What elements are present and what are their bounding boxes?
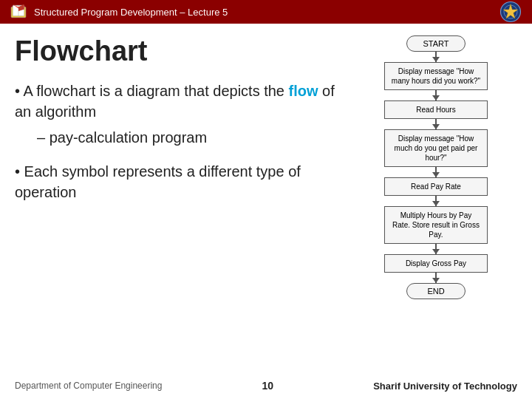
main-content: Flowchart • A flowchart is a diagram tha… (0, 24, 532, 399)
fc-arrow-2 (435, 90, 437, 100)
left-panel: Flowchart • A flowchart is a diagram tha… (15, 35, 355, 392)
fc-step2: Read Hours (384, 100, 488, 119)
header-logo-icon (10, 4, 27, 20)
header-left: Structured Program Development – Lecture… (10, 4, 228, 20)
fc-step5: Multiply Hours by Pay Rate. Store result… (384, 206, 488, 244)
header: Structured Program Development – Lecture… (0, 0, 532, 24)
fc-step4: Read Pay Rate (384, 177, 488, 196)
fc-step6: Display Gross Pay (384, 254, 488, 273)
fc-arrow-6 (435, 244, 437, 254)
header-title: Structured Program Development – Lecture… (34, 7, 228, 18)
bullet-1: • A flowchart is a diagram that depicts … (15, 81, 347, 122)
fc-start: START (406, 35, 466, 52)
fc-arrow-7 (435, 273, 437, 283)
footer-university: Sharif University of Technology (373, 381, 517, 392)
university-emblem-icon (499, 1, 522, 23)
sub-bullet: – pay-calculation program (37, 129, 347, 146)
bullet-2-text: Each symbol represents a different type … (15, 163, 301, 200)
fc-arrow-4 (435, 167, 437, 177)
fc-step1: Display message "How many hours did you … (384, 62, 488, 90)
footer-dept: Department of Computer Engineering (15, 381, 162, 391)
flowchart: START Display message "How many hours di… (355, 35, 517, 299)
fc-arrow-5 (435, 196, 437, 206)
fc-arrow-3 (435, 119, 437, 129)
bullet-1-highlight: flow (289, 83, 318, 99)
fc-end: END (406, 283, 466, 299)
footer-page-number: 10 (262, 380, 274, 392)
flowchart-panel: START Display message "How many hours di… (355, 35, 517, 392)
bullet-2: • Each symbol represents a different typ… (15, 161, 347, 202)
fc-step3: Display message "How much do you get pai… (384, 129, 488, 167)
footer: Department of Computer Engineering 10 Sh… (15, 380, 517, 392)
fc-arrow-1 (435, 52, 437, 62)
bullet-1-text-before: A flowchart is a diagram that depicts th… (23, 83, 288, 99)
page-title: Flowchart (15, 35, 347, 67)
